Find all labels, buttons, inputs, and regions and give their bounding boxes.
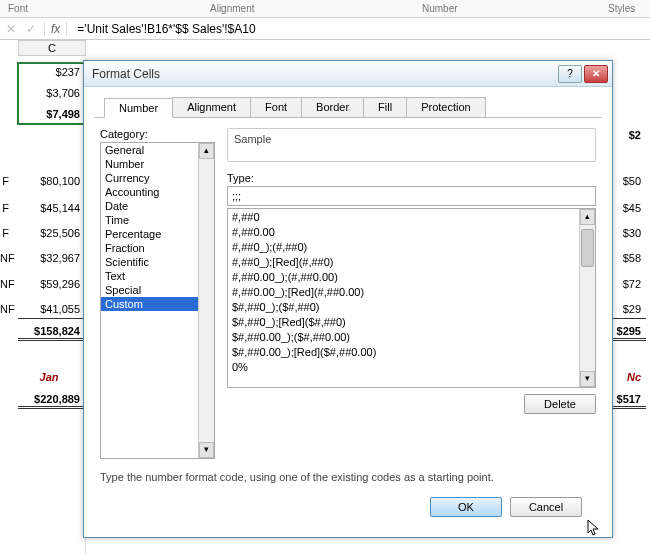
cell[interactable]: $41,055 xyxy=(18,299,85,319)
row-label: F xyxy=(0,171,16,191)
dialog-titlebar[interactable]: Format Cells ? ✕ xyxy=(84,61,612,87)
dialog-footer: OK Cancel xyxy=(100,489,596,527)
format-item[interactable]: $#,##0.00_);[Red]($#,##0.00) xyxy=(230,345,593,360)
number-panel: Category: GeneralNumberCurrencyAccountin… xyxy=(84,118,612,537)
ribbon-font-label: Font xyxy=(8,3,28,14)
format-item[interactable]: #,##0_);[Red](#,##0) xyxy=(230,255,593,270)
cell[interactable]: $7,498 xyxy=(18,104,85,124)
row-label: NF xyxy=(0,299,16,319)
cancel-button[interactable]: Cancel xyxy=(510,497,582,517)
category-label: Category: xyxy=(100,128,215,140)
scrollbar[interactable]: ▴ ▾ xyxy=(579,209,595,387)
sample-box: Sample xyxy=(227,128,596,162)
scrollbar[interactable]: ▴ ▾ xyxy=(198,143,214,458)
hint-text: Type the number format code, using one o… xyxy=(100,471,596,483)
row-label: NF xyxy=(0,274,16,294)
cell[interactable]: $45,144 xyxy=(18,198,85,218)
delete-button[interactable]: Delete xyxy=(524,394,596,414)
dialog-title: Format Cells xyxy=(92,67,556,81)
format-item[interactable]: #,##0.00_);(#,##0.00) xyxy=(230,270,593,285)
close-button[interactable]: ✕ xyxy=(584,65,608,83)
category-listbox[interactable]: GeneralNumberCurrencyAccountingDateTimeP… xyxy=(100,142,215,459)
format-item[interactable]: #,##0.00_);[Red](#,##0.00) xyxy=(230,285,593,300)
sample-label: Sample xyxy=(234,133,271,145)
column-header-c[interactable]: C xyxy=(18,40,86,56)
accept-formula-icon[interactable]: ✓ xyxy=(24,22,38,36)
tab-alignment[interactable]: Alignment xyxy=(172,97,251,117)
format-item[interactable]: $#,##0_);($#,##0) xyxy=(230,300,593,315)
format-item[interactable]: $#,##0_);[Red]($#,##0) xyxy=(230,315,593,330)
format-item[interactable]: #,##0_);(#,##0) xyxy=(230,240,593,255)
tab-fill[interactable]: Fill xyxy=(363,97,407,117)
type-label: Type: xyxy=(227,172,596,184)
ribbon-alignment-label: Alignment xyxy=(210,3,254,14)
scroll-up-icon[interactable]: ▴ xyxy=(199,143,214,159)
format-item[interactable]: $#,##0.00_);($#,##0.00) xyxy=(230,330,593,345)
tab-strip: Number Alignment Font Border Fill Protec… xyxy=(94,91,602,118)
ribbon-number-label: Number xyxy=(422,3,458,14)
row-label: F xyxy=(0,223,16,243)
cell[interactable]: $158,824 xyxy=(18,321,85,341)
tab-font[interactable]: Font xyxy=(250,97,302,117)
ribbon-styles-label: Styles xyxy=(608,3,635,14)
formula-bar: ✕ ✓ fx ='Unit Sales'!B16*'$$ Sales'!$A10 xyxy=(0,18,650,40)
tab-border[interactable]: Border xyxy=(301,97,364,117)
format-cells-dialog: Format Cells ? ✕ Number Alignment Font B… xyxy=(83,60,613,538)
format-item[interactable]: #,##0.00 xyxy=(230,225,593,240)
ribbon-group-labels: Font Alignment Number Styles xyxy=(0,0,650,18)
scroll-down-icon[interactable]: ▾ xyxy=(199,442,214,458)
cell[interactable]: $32,967 xyxy=(18,248,85,268)
cell[interactable]: $3,706 xyxy=(18,83,85,103)
cell[interactable]: $59,296 xyxy=(18,274,85,294)
scroll-up-icon[interactable]: ▴ xyxy=(580,209,595,225)
cell[interactable]: $220,889 xyxy=(18,389,85,409)
cancel-formula-icon[interactable]: ✕ xyxy=(4,22,18,36)
formula-input[interactable]: ='Unit Sales'!B16*'$$ Sales'!$A10 xyxy=(73,22,646,36)
format-listbox[interactable]: #,##0#,##0.00#,##0_);(#,##0)#,##0_);[Red… xyxy=(227,208,596,388)
cell[interactable]: $237 xyxy=(18,62,85,82)
row-label: NF xyxy=(0,248,16,268)
tab-protection[interactable]: Protection xyxy=(406,97,486,117)
cell[interactable]: $80,100 xyxy=(18,171,85,191)
help-button[interactable]: ? xyxy=(558,65,582,83)
tab-number[interactable]: Number xyxy=(104,98,173,118)
row-label: F xyxy=(0,198,16,218)
fx-icon[interactable]: fx xyxy=(51,22,60,36)
scroll-thumb[interactable] xyxy=(581,229,594,267)
scroll-down-icon[interactable]: ▾ xyxy=(580,371,595,387)
type-input[interactable] xyxy=(227,186,596,206)
cell[interactable]: Jan xyxy=(18,367,85,387)
ok-button[interactable]: OK xyxy=(430,497,502,517)
format-item[interactable]: #,##0 xyxy=(230,210,593,225)
format-item[interactable]: 0% xyxy=(230,360,593,375)
cell[interactable]: $25,506 xyxy=(18,223,85,243)
